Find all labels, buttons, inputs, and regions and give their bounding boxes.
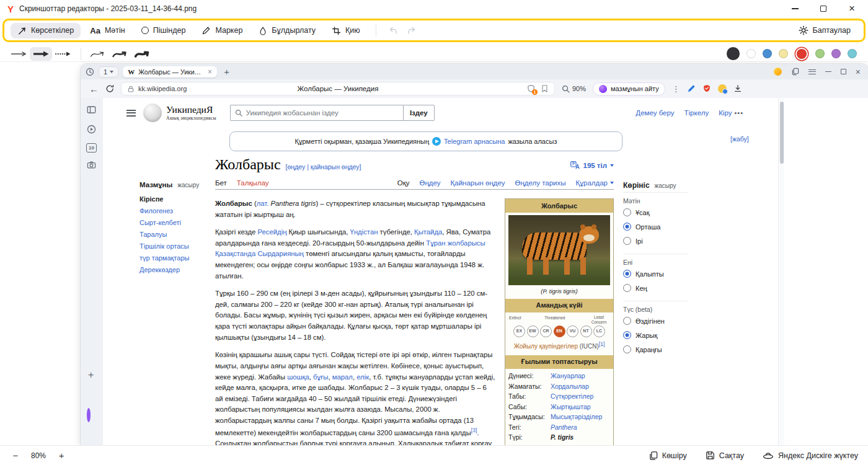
page-tab[interactable]: Оқу xyxy=(397,179,410,187)
arrow-style-thin-button[interactable] xyxy=(7,47,30,61)
editor-extension-icon[interactable] xyxy=(687,84,696,93)
article-link[interactable]: бұғы xyxy=(313,373,328,381)
page-zoom-indicator[interactable]: 90% xyxy=(562,85,586,93)
adblock-extension-icon[interactable] xyxy=(702,84,711,93)
settings-button[interactable]: Баптаулар xyxy=(792,22,858,38)
page-scrollbar[interactable] xyxy=(778,98,784,445)
wiki-search-input[interactable] xyxy=(246,109,399,117)
tool-blur-button[interactable]: Бұлдырлату xyxy=(252,23,322,38)
panels-copy-icon[interactable] xyxy=(791,68,799,76)
article-link[interactable]: Қазақстанда xyxy=(215,250,255,257)
toc-item[interactable]: Дереккөздер xyxy=(140,264,215,276)
tool-arrows-button[interactable]: Көрсеткілер xyxy=(11,23,81,38)
editor-canvas[interactable]: 1 W Жолбарыс — Уикипед... × + xyxy=(0,63,868,445)
appearance-option[interactable]: Ірі xyxy=(623,237,688,245)
toc-item[interactable]: Сырт-келбеті xyxy=(140,217,215,229)
page-tab[interactable]: Өңделу тарихы xyxy=(515,179,566,187)
article-link[interactable]: елік xyxy=(356,373,369,381)
tab-close-icon[interactable]: × xyxy=(208,69,212,75)
appearance-hide-button[interactable]: жасыру xyxy=(655,182,676,189)
color-swatch[interactable] xyxy=(727,47,740,60)
wiki-header-link[interactable]: Демеу беру xyxy=(636,109,674,117)
back-button[interactable]: ← xyxy=(89,84,99,94)
appearance-option[interactable]: Ұсақ xyxy=(623,208,688,216)
article-link[interactable]: Үндістан xyxy=(350,228,378,236)
page-tab[interactable]: Құралдар xyxy=(576,179,614,187)
downloads-icon[interactable] xyxy=(733,84,742,93)
wiki-search-button[interactable]: Іздеу xyxy=(403,105,435,121)
reload-button[interactable] xyxy=(105,84,114,93)
color-swatch[interactable] xyxy=(763,49,772,58)
browser-menu-icon[interactable] xyxy=(808,69,816,74)
yandex-plus-icon[interactable] xyxy=(774,68,782,76)
appearance-option[interactable]: Кең xyxy=(623,284,688,292)
color-swatch[interactable] xyxy=(746,49,756,58)
taxonomy-value[interactable]: Сүтқоректілер xyxy=(551,391,593,402)
read-aloud-button[interactable]: мазмұнын айту xyxy=(593,82,665,95)
sidebar-tile-10[interactable]: 10 xyxy=(86,143,97,153)
article-link[interactable]: Тұран жолбарысы xyxy=(426,239,485,247)
color-swatch[interactable] xyxy=(797,49,807,59)
arrow-style-dotted-button[interactable] xyxy=(52,47,74,61)
tiger-image[interactable] xyxy=(508,215,610,285)
address-bar[interactable]: kk.wikipedia.org Жолбарыс — Уикипедия 1 xyxy=(121,82,555,95)
appearance-option[interactable]: Жарық xyxy=(623,331,688,339)
protect-extension-icon[interactable] xyxy=(718,84,727,93)
title-edit-links[interactable]: [өңдеу | қайнарын өңдеу] xyxy=(286,163,361,170)
bookmark-flag-icon[interactable] xyxy=(541,84,549,93)
tab-counter[interactable]: 1 xyxy=(99,66,118,78)
zoom-out-button[interactable]: − xyxy=(10,450,21,461)
page-tab[interactable]: Қайнарын өңдеу xyxy=(451,179,505,187)
article-link[interactable]: марал xyxy=(332,373,353,381)
toc-item[interactable]: Филогенез xyxy=(140,205,215,217)
browser-minimize-button[interactable] xyxy=(825,71,831,73)
arrow-style-sketch-thin-button[interactable] xyxy=(87,47,110,61)
article-link[interactable]: Сырдарияның xyxy=(257,250,303,257)
color-swatch[interactable] xyxy=(779,49,788,58)
color-swatch[interactable] xyxy=(815,49,825,58)
appearance-option[interactable]: Орташа xyxy=(623,223,688,231)
taxonomy-value[interactable]: Жыртқыштар xyxy=(551,402,591,412)
redo-button[interactable] xyxy=(404,22,420,38)
article-link[interactable]: Қытайда xyxy=(414,228,442,236)
appearance-option[interactable]: Өздігінен xyxy=(623,317,688,325)
toc-item[interactable]: Тіршілік ортасы xyxy=(140,241,215,252)
taxonomy-value[interactable]: Мысықтәрізділер xyxy=(551,412,602,422)
wikipedia-logo[interactable]: УикипедиЯ Ашық энциклопедиясы xyxy=(143,104,216,122)
banner-close-link[interactable]: [жабу] xyxy=(730,135,749,143)
minimize-button[interactable] xyxy=(790,4,800,14)
language-selector[interactable]: 195 тіл xyxy=(570,161,614,169)
article-link[interactable]: лат. xyxy=(257,200,269,207)
wiki-more-menu[interactable]: ••• xyxy=(734,109,743,117)
browser-tab[interactable]: W Жолбарыс — Уикипед... × xyxy=(123,66,217,78)
appearance-option[interactable]: Қалыпты xyxy=(623,270,688,278)
zoom-in-button[interactable]: + xyxy=(56,450,67,461)
browser-close-button[interactable]: × xyxy=(856,69,861,75)
reference-link[interactable]: [3] xyxy=(471,427,477,433)
sidebar-screenshot-icon[interactable] xyxy=(87,161,96,169)
new-tab-button[interactable]: + xyxy=(221,66,232,77)
sidebar-panels-icon[interactable] xyxy=(87,105,96,114)
article-link[interactable]: шошқа xyxy=(287,373,309,381)
sidebar-video-icon[interactable] xyxy=(87,125,96,134)
page-tab[interactable]: Өңдеу xyxy=(420,179,441,187)
toc-item[interactable]: түр тармақтары xyxy=(140,252,215,264)
taxonomy-value[interactable]: Panthera xyxy=(551,422,577,433)
tool-text-button[interactable]: Аа Мәтін xyxy=(83,23,132,38)
status-link[interactable]: Жойылу қаупіндегілер xyxy=(514,343,578,350)
page-tab[interactable]: Бет xyxy=(215,179,227,187)
sidebar-messenger-icon[interactable] xyxy=(87,410,91,421)
toc-hide-button[interactable]: жасыру xyxy=(177,182,199,188)
history-clock-icon[interactable] xyxy=(86,68,94,76)
taxonomy-value[interactable]: Хордалылар xyxy=(551,381,589,392)
toc-item[interactable]: Кіріспе xyxy=(140,193,215,205)
arrow-style-sketch-bold-button[interactable] xyxy=(132,47,154,61)
close-button[interactable]: × xyxy=(847,4,857,14)
hamburger-menu-icon[interactable] xyxy=(126,110,136,117)
page-tab[interactable]: Талқылау xyxy=(237,179,269,187)
taxonomy-value[interactable]: Жануарлар xyxy=(551,371,585,381)
copy-button[interactable]: Көшіру xyxy=(649,451,687,461)
tool-marker-button[interactable]: Маркер xyxy=(195,23,249,38)
status-reference-link[interactable]: [1] xyxy=(599,341,604,347)
color-swatch[interactable] xyxy=(831,49,841,58)
